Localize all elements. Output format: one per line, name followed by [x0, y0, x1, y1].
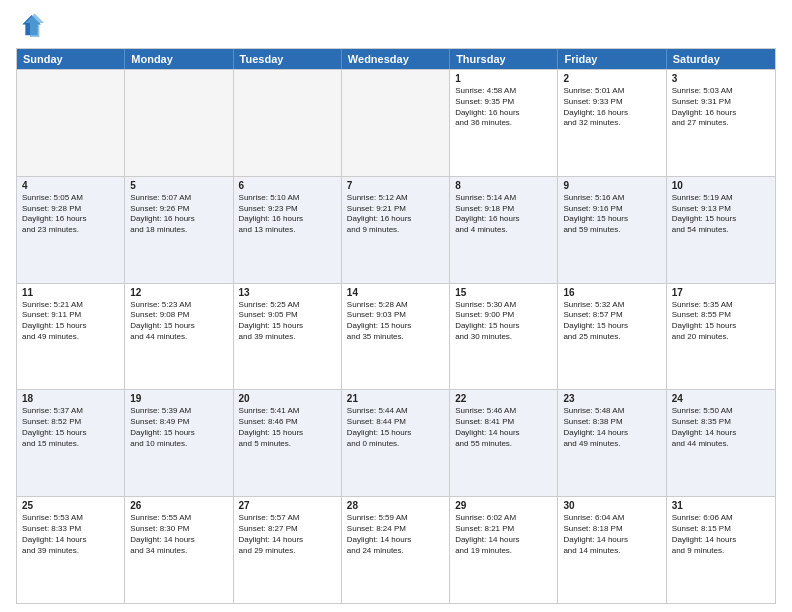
day-number: 14: [347, 287, 444, 298]
day-info: Sunrise: 5:48 AM Sunset: 8:38 PM Dayligh…: [563, 406, 660, 449]
day-info: Sunrise: 5:55 AM Sunset: 8:30 PM Dayligh…: [130, 513, 227, 556]
day-cell-26: 26Sunrise: 5:55 AM Sunset: 8:30 PM Dayli…: [125, 497, 233, 603]
day-cell-10: 10Sunrise: 5:19 AM Sunset: 9:13 PM Dayli…: [667, 177, 775, 283]
day-info: Sunrise: 5:21 AM Sunset: 9:11 PM Dayligh…: [22, 300, 119, 343]
calendar-header: SundayMondayTuesdayWednesdayThursdayFrid…: [17, 49, 775, 69]
day-cell-13: 13Sunrise: 5:25 AM Sunset: 9:05 PM Dayli…: [234, 284, 342, 390]
day-cell-20: 20Sunrise: 5:41 AM Sunset: 8:46 PM Dayli…: [234, 390, 342, 496]
day-number: 11: [22, 287, 119, 298]
day-info: Sunrise: 5:19 AM Sunset: 9:13 PM Dayligh…: [672, 193, 770, 236]
day-info: Sunrise: 4:58 AM Sunset: 9:35 PM Dayligh…: [455, 86, 552, 129]
day-cell-22: 22Sunrise: 5:46 AM Sunset: 8:41 PM Dayli…: [450, 390, 558, 496]
day-cell-14: 14Sunrise: 5:28 AM Sunset: 9:03 PM Dayli…: [342, 284, 450, 390]
day-number: 15: [455, 287, 552, 298]
header-day-wednesday: Wednesday: [342, 49, 450, 69]
day-cell-7: 7Sunrise: 5:12 AM Sunset: 9:21 PM Daylig…: [342, 177, 450, 283]
day-number: 1: [455, 73, 552, 84]
day-number: 3: [672, 73, 770, 84]
day-number: 25: [22, 500, 119, 511]
day-cell-3: 3Sunrise: 5:03 AM Sunset: 9:31 PM Daylig…: [667, 70, 775, 176]
empty-cell: [125, 70, 233, 176]
day-info: Sunrise: 5:44 AM Sunset: 8:44 PM Dayligh…: [347, 406, 444, 449]
day-cell-1: 1Sunrise: 4:58 AM Sunset: 9:35 PM Daylig…: [450, 70, 558, 176]
day-number: 12: [130, 287, 227, 298]
day-info: Sunrise: 6:02 AM Sunset: 8:21 PM Dayligh…: [455, 513, 552, 556]
header: [16, 12, 776, 40]
day-cell-25: 25Sunrise: 5:53 AM Sunset: 8:33 PM Dayli…: [17, 497, 125, 603]
header-day-saturday: Saturday: [667, 49, 775, 69]
day-number: 13: [239, 287, 336, 298]
day-info: Sunrise: 5:25 AM Sunset: 9:05 PM Dayligh…: [239, 300, 336, 343]
day-number: 16: [563, 287, 660, 298]
day-number: 24: [672, 393, 770, 404]
day-info: Sunrise: 5:39 AM Sunset: 8:49 PM Dayligh…: [130, 406, 227, 449]
day-cell-8: 8Sunrise: 5:14 AM Sunset: 9:18 PM Daylig…: [450, 177, 558, 283]
day-number: 21: [347, 393, 444, 404]
day-info: Sunrise: 5:23 AM Sunset: 9:08 PM Dayligh…: [130, 300, 227, 343]
logo-icon: [16, 12, 44, 40]
day-number: 9: [563, 180, 660, 191]
day-number: 26: [130, 500, 227, 511]
day-number: 18: [22, 393, 119, 404]
day-number: 28: [347, 500, 444, 511]
day-info: Sunrise: 6:04 AM Sunset: 8:18 PM Dayligh…: [563, 513, 660, 556]
day-number: 17: [672, 287, 770, 298]
day-info: Sunrise: 5:57 AM Sunset: 8:27 PM Dayligh…: [239, 513, 336, 556]
day-info: Sunrise: 5:28 AM Sunset: 9:03 PM Dayligh…: [347, 300, 444, 343]
day-info: Sunrise: 5:37 AM Sunset: 8:52 PM Dayligh…: [22, 406, 119, 449]
day-cell-19: 19Sunrise: 5:39 AM Sunset: 8:49 PM Dayli…: [125, 390, 233, 496]
empty-cell: [234, 70, 342, 176]
day-info: Sunrise: 5:30 AM Sunset: 9:00 PM Dayligh…: [455, 300, 552, 343]
day-cell-21: 21Sunrise: 5:44 AM Sunset: 8:44 PM Dayli…: [342, 390, 450, 496]
day-info: Sunrise: 5:41 AM Sunset: 8:46 PM Dayligh…: [239, 406, 336, 449]
day-info: Sunrise: 5:14 AM Sunset: 9:18 PM Dayligh…: [455, 193, 552, 236]
day-cell-15: 15Sunrise: 5:30 AM Sunset: 9:00 PM Dayli…: [450, 284, 558, 390]
day-number: 19: [130, 393, 227, 404]
day-info: Sunrise: 5:05 AM Sunset: 9:28 PM Dayligh…: [22, 193, 119, 236]
page: SundayMondayTuesdayWednesdayThursdayFrid…: [0, 0, 792, 612]
day-cell-9: 9Sunrise: 5:16 AM Sunset: 9:16 PM Daylig…: [558, 177, 666, 283]
day-info: Sunrise: 6:06 AM Sunset: 8:15 PM Dayligh…: [672, 513, 770, 556]
day-cell-30: 30Sunrise: 6:04 AM Sunset: 8:18 PM Dayli…: [558, 497, 666, 603]
day-number: 2: [563, 73, 660, 84]
day-cell-4: 4Sunrise: 5:05 AM Sunset: 9:28 PM Daylig…: [17, 177, 125, 283]
header-day-friday: Friday: [558, 49, 666, 69]
day-info: Sunrise: 5:10 AM Sunset: 9:23 PM Dayligh…: [239, 193, 336, 236]
day-info: Sunrise: 5:35 AM Sunset: 8:55 PM Dayligh…: [672, 300, 770, 343]
day-cell-27: 27Sunrise: 5:57 AM Sunset: 8:27 PM Dayli…: [234, 497, 342, 603]
day-info: Sunrise: 5:16 AM Sunset: 9:16 PM Dayligh…: [563, 193, 660, 236]
day-info: Sunrise: 5:46 AM Sunset: 8:41 PM Dayligh…: [455, 406, 552, 449]
day-number: 8: [455, 180, 552, 191]
day-info: Sunrise: 5:01 AM Sunset: 9:33 PM Dayligh…: [563, 86, 660, 129]
day-number: 23: [563, 393, 660, 404]
day-cell-17: 17Sunrise: 5:35 AM Sunset: 8:55 PM Dayli…: [667, 284, 775, 390]
day-cell-24: 24Sunrise: 5:50 AM Sunset: 8:35 PM Dayli…: [667, 390, 775, 496]
day-number: 10: [672, 180, 770, 191]
day-cell-2: 2Sunrise: 5:01 AM Sunset: 9:33 PM Daylig…: [558, 70, 666, 176]
header-day-tuesday: Tuesday: [234, 49, 342, 69]
day-number: 22: [455, 393, 552, 404]
day-number: 20: [239, 393, 336, 404]
logo: [16, 12, 48, 40]
calendar-row-4: 25Sunrise: 5:53 AM Sunset: 8:33 PM Dayli…: [17, 496, 775, 603]
day-cell-6: 6Sunrise: 5:10 AM Sunset: 9:23 PM Daylig…: [234, 177, 342, 283]
header-day-monday: Monday: [125, 49, 233, 69]
day-info: Sunrise: 5:53 AM Sunset: 8:33 PM Dayligh…: [22, 513, 119, 556]
empty-cell: [17, 70, 125, 176]
day-cell-31: 31Sunrise: 6:06 AM Sunset: 8:15 PM Dayli…: [667, 497, 775, 603]
day-number: 31: [672, 500, 770, 511]
day-info: Sunrise: 5:50 AM Sunset: 8:35 PM Dayligh…: [672, 406, 770, 449]
day-number: 29: [455, 500, 552, 511]
day-cell-5: 5Sunrise: 5:07 AM Sunset: 9:26 PM Daylig…: [125, 177, 233, 283]
day-cell-18: 18Sunrise: 5:37 AM Sunset: 8:52 PM Dayli…: [17, 390, 125, 496]
day-number: 7: [347, 180, 444, 191]
calendar-row-0: 1Sunrise: 4:58 AM Sunset: 9:35 PM Daylig…: [17, 69, 775, 176]
day-info: Sunrise: 5:59 AM Sunset: 8:24 PM Dayligh…: [347, 513, 444, 556]
day-cell-11: 11Sunrise: 5:21 AM Sunset: 9:11 PM Dayli…: [17, 284, 125, 390]
day-number: 6: [239, 180, 336, 191]
day-number: 30: [563, 500, 660, 511]
day-cell-23: 23Sunrise: 5:48 AM Sunset: 8:38 PM Dayli…: [558, 390, 666, 496]
day-info: Sunrise: 5:12 AM Sunset: 9:21 PM Dayligh…: [347, 193, 444, 236]
header-day-sunday: Sunday: [17, 49, 125, 69]
day-number: 4: [22, 180, 119, 191]
